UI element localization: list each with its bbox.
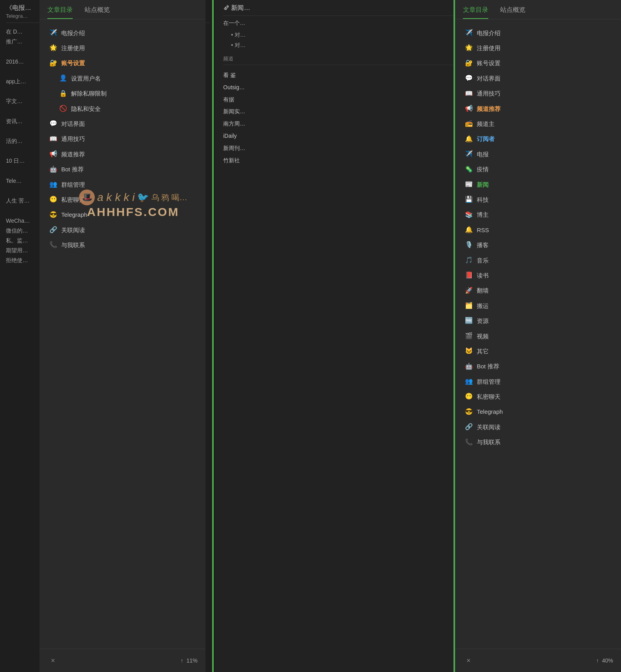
nav-icon-right-14: 🎙️ [465, 240, 474, 249]
nav-icon-left-12: 😎 [49, 210, 58, 219]
nav-icon-right-19: 🆓 [465, 316, 474, 325]
nav-icon-right-20: 🎬 [465, 332, 474, 340]
watermark-url: AHHHFS.COM [87, 205, 179, 219]
nav-item-right-4[interactable]: 📖通用技巧 [455, 86, 621, 101]
nav-icon-right-5: 📢 [465, 104, 474, 113]
panel-left: 文章目录 站点概览 ✈️电报介绍🌟注册使用🔐账号设置👤设置用户名🔒解除私聊限制🚫… [40, 0, 205, 672]
watermark-bird-icon: 🐦 [137, 192, 149, 203]
nav-icon-left-10: 👥 [49, 180, 58, 189]
nav-icon-right-6: 📻 [465, 119, 474, 128]
nav-item-right-3[interactable]: 💬对话界面 [455, 71, 621, 86]
tab-right-overview[interactable]: 站点概览 [500, 6, 525, 19]
nav-icon-right-26: 🔗 [465, 422, 474, 431]
nav-icon-left-0: ✈️ [49, 28, 58, 37]
nav-item-left-13[interactable]: 🔗关联阅读 [40, 222, 205, 237]
nav-item-left-5[interactable]: 🚫隐私和安全 [40, 101, 205, 116]
nav-item-right-27[interactable]: 📞与我联系 [455, 435, 621, 450]
nav-icon-right-21: 🐱 [465, 347, 474, 355]
panel-left-items: ✈️电报介绍🌟注册使用🔐账号设置👤设置用户名🔒解除私聊限制🚫隐私和安全💬对话界面… [40, 21, 205, 649]
nav-icon-right-3: 💬 [465, 74, 474, 83]
nav-icon-left-5: 🚫 [59, 104, 68, 113]
nav-item-right-2[interactable]: 🔐账号设置 [455, 56, 621, 71]
nav-item-right-6[interactable]: 📻频道主 [455, 116, 621, 131]
nav-icon-right-8: ✈️ [465, 150, 474, 158]
panel-right-tabs: 文章目录 站点概览 [455, 0, 621, 19]
nav-icon-right-13: 🔔 [465, 225, 474, 234]
nav-item-right-15[interactable]: 🎵音乐 [455, 253, 621, 268]
nav-icon-right-16: 📕 [465, 271, 474, 280]
watermark-row1: 🎩 a k k k i 🐦 乌 鸦 喝… [79, 190, 187, 205]
nav-item-left-2[interactable]: 🔐账号设置 [40, 56, 205, 71]
panel-right: 文章目录 站点概览 ✈️电报介绍🌟注册使用🔐账号设置💬对话界面📖通用技巧📢频道推… [455, 0, 621, 672]
panel-right-items: ✈️电报介绍🌟注册使用🔐账号设置💬对话界面📖通用技巧📢频道推荐📻频道主🔔订阅者✈… [455, 21, 621, 649]
nav-item-right-20[interactable]: 🎬视频 [455, 328, 621, 344]
nav-item-right-9[interactable]: 🦠疫情 [455, 162, 621, 177]
nav-icon-left-1: 🌟 [49, 43, 58, 52]
watermark-extra: 乌 鸦 喝… [151, 192, 187, 203]
nav-icon-right-7: 🔔 [465, 135, 474, 143]
panel-right-progress: ↑ 40% [596, 657, 613, 664]
nav-icon-right-2: 🔐 [465, 59, 474, 68]
tab-left-toc[interactable]: 文章目录 [47, 6, 73, 19]
nav-item-right-23[interactable]: 👥群组管理 [455, 374, 621, 389]
nav-item-right-5[interactable]: 📢频道推荐 [455, 101, 621, 116]
nav-item-left-0[interactable]: ✈️电报介绍 [40, 25, 205, 40]
panel-left-progress: ↑ 11% [181, 657, 198, 664]
nav-icon-right-1: 🌟 [465, 43, 474, 52]
nav-item-right-16[interactable]: 📕读书 [455, 268, 621, 283]
nav-icon-right-23: 👥 [465, 377, 474, 386]
panel-right-footer: × ↑ 40% [455, 649, 621, 672]
nav-item-right-18[interactable]: 🗂️搬运 [455, 298, 621, 313]
nav-icon-left-11: 😶 [49, 195, 58, 204]
nav-icon-left-8: 📢 [49, 150, 58, 158]
nav-item-right-0[interactable]: ✈️电报介绍 [455, 25, 621, 40]
nav-item-right-21[interactable]: 🐱其它 [455, 344, 621, 359]
nav-icon-right-4: 📖 [465, 89, 474, 98]
nav-item-right-11[interactable]: 💾科技 [455, 192, 621, 207]
panel-left-footer: × ↑ 11% [40, 649, 205, 672]
nav-item-right-12[interactable]: 📚博主 [455, 207, 621, 222]
nav-item-right-8[interactable]: ✈️电报 [455, 146, 621, 161]
nav-item-right-10[interactable]: 📰新闻 [455, 177, 621, 192]
progress-up-icon-right: ↑ [596, 657, 599, 664]
nav-item-right-14[interactable]: 🎙️播客 [455, 237, 621, 252]
nav-item-right-22[interactable]: 🤖Bot 推荐 [455, 359, 621, 374]
nav-icon-right-11: 💾 [465, 195, 474, 204]
nav-icon-left-13: 🔗 [49, 225, 58, 234]
panel-right-close[interactable]: × [463, 655, 474, 666]
nav-item-right-25[interactable]: 😎Telegraph [455, 404, 621, 419]
nav-item-right-1[interactable]: 🌟注册使用 [455, 40, 621, 55]
nav-item-left-4[interactable]: 🔒解除私聊限制 [40, 86, 205, 101]
nav-icon-right-12: 📚 [465, 210, 474, 219]
nav-icon-left-14: 📞 [49, 240, 58, 249]
nav-item-right-17[interactable]: 🚀翻墙 [455, 283, 621, 298]
nav-item-right-24[interactable]: 😶私密聊天 [455, 389, 621, 404]
nav-item-right-7[interactable]: 🔔订阅者 [455, 131, 621, 146]
nav-icon-right-18: 🗂️ [465, 301, 474, 310]
watermark-avatar: 🎩 [79, 190, 95, 205]
nav-icon-left-3: 👤 [59, 74, 68, 83]
nav-item-left-6[interactable]: 💬对话界面 [40, 116, 205, 131]
nav-item-left-1[interactable]: 🌟注册使用 [40, 40, 205, 55]
tab-left-overview[interactable]: 站点概览 [85, 6, 110, 19]
nav-item-right-19[interactable]: 🆓资源 [455, 313, 621, 328]
nav-item-right-26[interactable]: 🔗关联阅读 [455, 419, 621, 434]
nav-item-left-9[interactable]: 🤖Bot 推荐 [40, 162, 205, 177]
watermark: 🎩 a k k k i 🐦 乌 鸦 喝… AHHHFS.COM [79, 190, 187, 219]
nav-icon-right-9: 🦠 [465, 165, 474, 174]
nav-item-left-3[interactable]: 👤设置用户名 [40, 71, 205, 86]
nav-icon-left-6: 💬 [49, 119, 58, 128]
green-bar-left [212, 0, 214, 672]
nav-icon-right-24: 😶 [465, 392, 474, 401]
panel-left-close[interactable]: × [47, 655, 58, 666]
nav-item-left-7[interactable]: 📖通用技巧 [40, 131, 205, 146]
nav-item-right-13[interactable]: 🔔RSS [455, 222, 621, 237]
nav-icon-left-7: 📖 [49, 135, 58, 143]
nav-icon-right-22: 🤖 [465, 362, 474, 371]
nav-icon-right-15: 🎵 [465, 256, 474, 265]
nav-item-left-14[interactable]: 📞与我联系 [40, 237, 205, 252]
nav-item-left-8[interactable]: 📢频道推荐 [40, 146, 205, 161]
nav-icon-left-2: 🔐 [49, 59, 58, 68]
panel-left-tabs: 文章目录 站点概览 [40, 0, 205, 19]
tab-right-toc[interactable]: 文章目录 [463, 6, 488, 19]
